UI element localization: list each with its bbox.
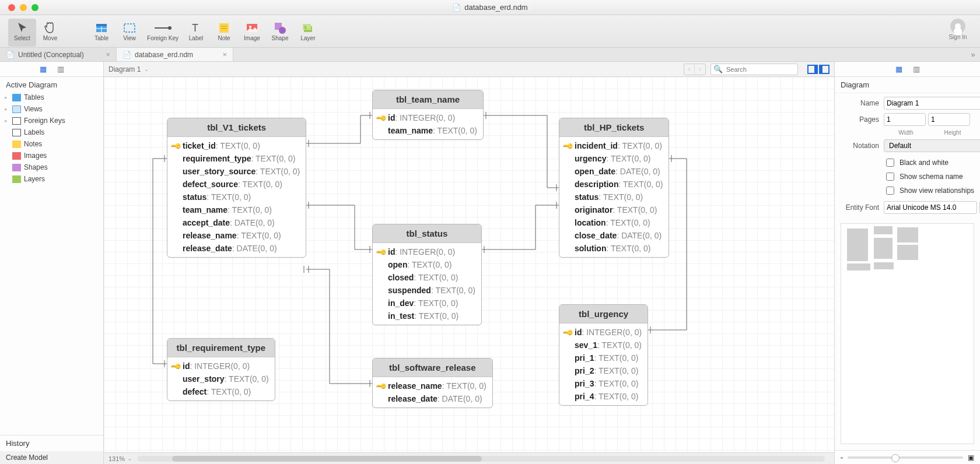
tool-select[interactable]: Select xyxy=(8,19,36,47)
entity-team[interactable]: tbl_team_nameid: INTEGER(0, 0)team_name:… xyxy=(372,90,484,140)
diagram-selector[interactable]: Diagram 1 xyxy=(108,65,149,73)
entity-hp[interactable]: tbl_HP_ticketsincident_id: TEXT(0, 0)urg… xyxy=(559,118,669,258)
tree-item-shapes[interactable]: Shapes xyxy=(2,161,101,173)
close-window-icon[interactable] xyxy=(8,4,15,11)
tool-shape[interactable]: Shape xyxy=(266,19,294,47)
tree-item-labels[interactable]: Labels xyxy=(2,126,101,138)
erd-canvas[interactable]: tbl_V1_ticketsticket_id: TEXT(0, 0)requi… xyxy=(104,77,834,452)
field-row[interactable]: id: INTEGER(0, 0) xyxy=(373,111,483,124)
tree-item-layers[interactable]: Layers xyxy=(2,173,101,185)
field-row[interactable]: closed: TEXT(0, 0) xyxy=(373,271,481,284)
zoom-out-icon[interactable]: ▫ xyxy=(841,454,843,462)
chevron-left-icon[interactable]: ‹ xyxy=(684,64,695,75)
search-input[interactable] xyxy=(725,65,808,73)
tool-move[interactable]: Move xyxy=(36,19,64,47)
tool-foreign-key[interactable]: Foreign Key xyxy=(144,19,182,47)
field-row[interactable]: id: INTEGER(0, 0) xyxy=(373,245,481,258)
tool-image[interactable]: Image xyxy=(238,19,266,47)
search-box[interactable]: 🔍 xyxy=(710,64,798,75)
field-row[interactable]: open: TEXT(0, 0) xyxy=(373,258,481,271)
zoom-in-icon[interactable]: ▣ xyxy=(968,454,974,462)
field-row[interactable]: originator: TEXT(0, 0) xyxy=(559,203,668,216)
pages-height-input[interactable] xyxy=(928,113,970,126)
field-row[interactable]: id: INTEGER(0, 0) xyxy=(559,326,648,339)
field-row[interactable]: pri_3: TEXT(0, 0) xyxy=(559,377,648,390)
field-row[interactable]: id: INTEGER(0, 0) xyxy=(167,360,275,372)
field-row[interactable]: in_test: TEXT(0, 0) xyxy=(373,310,481,322)
field-row[interactable]: release_date: DATE(0, 0) xyxy=(373,392,492,405)
close-icon[interactable]: × xyxy=(222,50,227,59)
minimize-window-icon[interactable] xyxy=(20,4,27,11)
field-row[interactable]: defect: TEXT(0, 0) xyxy=(167,385,275,398)
field-row[interactable]: open_date: DATE(0, 0) xyxy=(559,165,668,178)
sign-in-button[interactable]: Sign In xyxy=(944,19,972,40)
notation-select[interactable]: Default xyxy=(884,139,980,152)
field-row[interactable]: pri_2: TEXT(0, 0) xyxy=(559,364,648,377)
tree-item-views[interactable]: Views xyxy=(2,103,101,115)
field-row[interactable]: pri_4: TEXT(0, 0) xyxy=(559,390,648,403)
tab-overflow-icon[interactable]: » xyxy=(966,48,980,61)
viewmode-left-icon[interactable] xyxy=(807,65,818,74)
field-row[interactable]: release_name: TEXT(0, 0) xyxy=(373,379,492,392)
nav-back-forward[interactable]: ‹› xyxy=(684,64,706,75)
field-row[interactable]: user_story: TEXT(0, 0) xyxy=(167,372,275,385)
tree-item-images[interactable]: Images xyxy=(2,150,101,161)
props-tab-b-icon[interactable]: ▥ xyxy=(913,65,920,73)
maximize-window-icon[interactable] xyxy=(32,4,38,11)
horizontal-scrollbar[interactable] xyxy=(137,456,825,462)
tool-note[interactable]: Note xyxy=(210,19,238,47)
schema-name-checkbox[interactable] xyxy=(886,173,894,181)
entity-rel[interactable]: tbl_software_releaserelease_name: TEXT(0… xyxy=(372,358,493,408)
field-row[interactable]: pri_1: TEXT(0, 0) xyxy=(559,351,648,364)
sidebar-tab-layers-icon[interactable]: ▥ xyxy=(57,65,64,73)
chevron-down-icon[interactable]: ⌄ xyxy=(127,455,132,462)
field-row[interactable]: requirement_type: TEXT(0, 0) xyxy=(167,152,306,165)
field-row[interactable]: accept_date: DATE(0, 0) xyxy=(167,216,306,229)
field-row[interactable]: urgency: TEXT(0, 0) xyxy=(559,152,668,165)
field-row[interactable]: ticket_id: TEXT(0, 0) xyxy=(167,139,306,152)
field-row[interactable]: status: TEXT(0, 0) xyxy=(167,191,306,203)
sidebar-tab-objects-icon[interactable]: ▦ xyxy=(40,65,47,73)
file-tab[interactable]: database_erd.ndm× xyxy=(117,48,233,61)
tree-item-foreign-keys[interactable]: Foreign Keys xyxy=(2,115,101,126)
file-tab[interactable]: Untitled (Conceptual)× xyxy=(0,48,117,61)
field-row[interactable]: close_date: DATE(0, 0) xyxy=(559,229,668,242)
field-row[interactable]: status: TEXT(0, 0) xyxy=(559,191,668,203)
close-icon[interactable]: × xyxy=(106,50,110,59)
field-type: : TEXT(0, 0) xyxy=(442,381,487,391)
field-row[interactable]: user_story_source: TEXT(0, 0) xyxy=(167,165,306,178)
field-row[interactable]: release_name: TEXT(0, 0) xyxy=(167,229,306,242)
field-row[interactable]: location: TEXT(0, 0) xyxy=(559,216,668,229)
minimap[interactable] xyxy=(841,223,974,444)
field-row[interactable]: solution: TEXT(0, 0) xyxy=(559,242,668,255)
field-row[interactable]: team_name: TEXT(0, 0) xyxy=(373,124,483,137)
field-row[interactable]: release_date: DATE(0, 0) xyxy=(167,242,306,255)
tool-label[interactable]: TLabel xyxy=(182,19,210,47)
history-item[interactable]: Create Model xyxy=(0,451,103,464)
field-row[interactable]: defect_source: TEXT(0, 0) xyxy=(167,178,306,191)
zoom-slider[interactable] xyxy=(848,456,963,459)
tool-table[interactable]: Table xyxy=(88,19,116,47)
field-row[interactable]: sev_1: TEXT(0, 0) xyxy=(559,339,648,351)
black-white-checkbox[interactable] xyxy=(886,159,894,167)
chevron-right-icon[interactable]: › xyxy=(695,64,705,75)
entity-urg[interactable]: tbl_urgencyid: INTEGER(0, 0)sev_1: TEXT(… xyxy=(559,304,648,406)
entity-font-input[interactable] xyxy=(884,201,977,214)
tree-item-tables[interactable]: Tables xyxy=(2,92,101,103)
tree-item-notes[interactable]: Notes xyxy=(2,138,101,150)
field-row[interactable]: team_name: TEXT(0, 0) xyxy=(167,203,306,216)
pages-width-input[interactable] xyxy=(884,113,926,126)
entity-req[interactable]: tbl_requirement_typeid: INTEGER(0, 0)use… xyxy=(167,338,275,401)
diagram-name-input[interactable] xyxy=(884,97,980,110)
viewmode-right-icon[interactable] xyxy=(819,65,830,74)
field-row[interactable]: in_dev: TEXT(0, 0) xyxy=(373,297,481,310)
field-row[interactable]: description: TEXT(0, 0) xyxy=(559,178,668,191)
entity-v1[interactable]: tbl_V1_ticketsticket_id: TEXT(0, 0)requi… xyxy=(167,118,306,258)
field-row[interactable]: suspended: TEXT(0, 0) xyxy=(373,284,481,297)
props-tab-a-icon[interactable]: ▦ xyxy=(895,65,902,73)
entity-status[interactable]: tbl_statusid: INTEGER(0, 0)open: TEXT(0,… xyxy=(372,224,482,325)
tool-view[interactable]: View xyxy=(116,19,144,47)
tool-layer[interactable]: LLayer xyxy=(294,19,322,47)
view-rel-checkbox[interactable] xyxy=(886,187,894,195)
field-row[interactable]: incident_id: TEXT(0, 0) xyxy=(559,139,668,152)
